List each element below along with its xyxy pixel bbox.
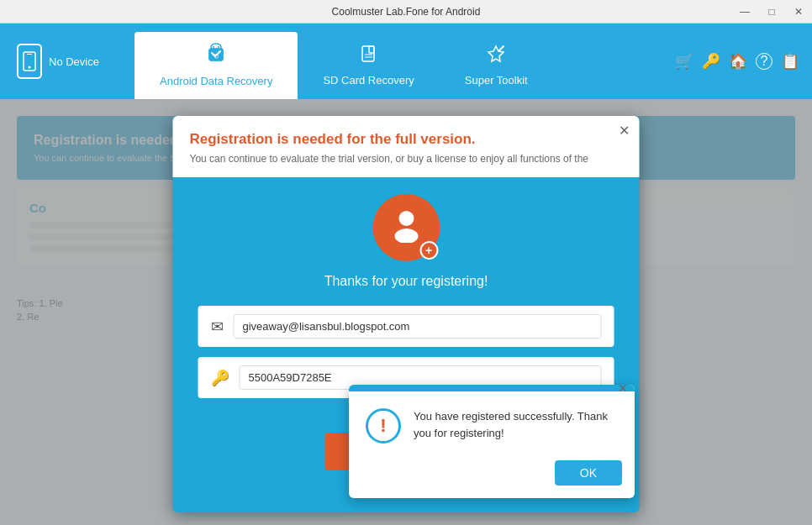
nav-right-icons: 🛒 🔑 🏠 ? 📋 <box>662 24 812 99</box>
tab-android-recovery[interactable]: ↻ Android Data Recovery <box>134 32 298 99</box>
nav-tabs: ↻ Android Data Recovery SD Card Recovery <box>134 24 662 99</box>
app-title: Coolmuster Lab.Fone for Android <box>332 6 481 18</box>
email-input-row: ✉ giveaway@lisansbul.blogspot.com <box>198 306 614 347</box>
android-recovery-icon: ↻ <box>204 42 228 71</box>
clipboard-icon[interactable]: 📋 <box>781 52 799 71</box>
tab-super-toolkit-label: Super Toolkit <box>465 74 528 87</box>
reg-modal-close-button[interactable]: ✕ <box>619 123 630 139</box>
svg-rect-2 <box>27 54 32 55</box>
close-button[interactable]: ✕ <box>785 0 812 24</box>
home-icon[interactable]: 🏠 <box>729 52 747 71</box>
nav-bar: No Device ↻ Android Data Recovery <box>0 24 812 99</box>
success-dialog-body: ! You have registered successfully. Than… <box>349 391 635 456</box>
svg-rect-9 <box>362 46 374 61</box>
svg-point-14 <box>394 228 418 243</box>
success-dialog-header: ✕ <box>349 385 635 391</box>
device-icon <box>17 44 42 79</box>
email-icon: ✉ <box>211 318 224 336</box>
success-dialog: ✕ ! You have registered successfully. Th… <box>349 385 635 498</box>
person-icon <box>388 206 424 250</box>
thanks-message: Thanks for your registering! <box>324 274 488 289</box>
svg-point-13 <box>398 211 414 226</box>
key-icon[interactable]: 🔑 <box>702 52 720 71</box>
success-close-button[interactable]: ✕ <box>618 381 628 395</box>
svg-point-1 <box>29 66 31 69</box>
email-field[interactable]: giveaway@lisansbul.blogspot.com <box>234 314 602 339</box>
window-controls: — □ ✕ <box>731 0 812 24</box>
sd-recovery-icon <box>358 43 380 70</box>
help-icon[interactable]: ? <box>756 53 772 70</box>
user-avatar: + <box>372 194 440 261</box>
main-content: Registration is needed for the full vers… <box>0 99 812 525</box>
device-label: No Device <box>49 55 99 68</box>
success-message: You have registered successfully. Thank … <box>414 408 618 441</box>
reg-modal-header: Registration is needed for the full vers… <box>173 116 640 177</box>
device-indicator: No Device <box>0 24 134 99</box>
svg-text:↻: ↻ <box>214 53 219 60</box>
super-toolkit-icon <box>485 43 507 70</box>
reg-modal-title: Registration is needed for the full vers… <box>190 131 623 148</box>
maximize-button[interactable]: □ <box>758 0 785 24</box>
title-bar: Coolmuster Lab.Fone for Android — □ ✕ <box>0 0 812 24</box>
tab-sd-recovery-label: SD Card Recovery <box>323 74 414 87</box>
key-icon-modal: 🔑 <box>211 369 229 387</box>
svg-point-7 <box>218 46 219 48</box>
tab-sd-recovery[interactable]: SD Card Recovery <box>298 32 439 99</box>
ok-button[interactable]: OK <box>555 460 622 486</box>
warning-icon: ! <box>366 408 401 444</box>
tab-super-toolkit[interactable]: Super Toolkit <box>440 32 553 99</box>
cart-icon[interactable]: 🛒 <box>675 52 693 71</box>
add-icon: + <box>419 241 438 260</box>
reg-modal-subtitle: You can continue to evaluate the trial v… <box>190 153 623 165</box>
tab-android-recovery-label: Android Data Recovery <box>160 75 272 87</box>
svg-point-6 <box>213 46 214 48</box>
minimize-button[interactable]: — <box>731 0 758 24</box>
success-dialog-footer: OK <box>349 456 635 498</box>
